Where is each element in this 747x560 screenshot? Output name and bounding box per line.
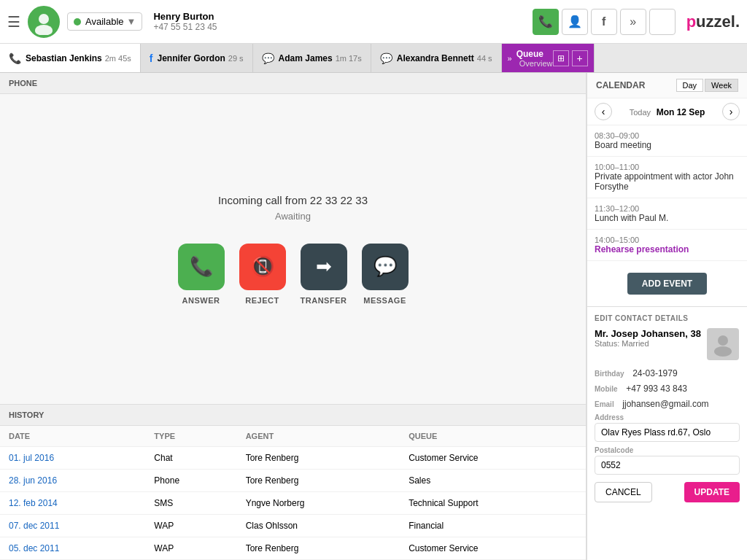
tab-sebastian[interactable]: 📞 Sebastian Jenkins 2m 45s: [0, 44, 141, 72]
date-link[interactable]: 07. dec 2011: [9, 521, 59, 531]
email-value: jjohansen@gmail.com: [622, 399, 708, 409]
logo: puzzel.: [686, 12, 740, 31]
call-area: Incoming call from 22 33 22 33 Awaiting …: [0, 94, 586, 404]
topbar-icons: 📞 👤 f »: [533, 9, 676, 35]
tab-facebook-icon: f: [150, 52, 153, 64]
calendar-event[interactable]: 10:00–11:00 Private appointment with act…: [587, 157, 747, 198]
date-link[interactable]: 05. dec 2011: [9, 543, 59, 553]
date-link[interactable]: 28. jun 2016: [9, 475, 57, 486]
tab-chat-icon: 💬: [262, 52, 274, 64]
cell-date: 01. jul 2016: [0, 447, 145, 470]
contact-actions: CANCEL UPDATE: [595, 482, 740, 502]
queue-add-icon[interactable]: +: [572, 50, 588, 66]
agent-info: Henry Burton +47 55 51 23 45: [153, 11, 532, 32]
contact-section: EDIT CONTACT DETAILS Mr. Josep Johansen,…: [587, 307, 747, 510]
cell-queue: Technical Support: [400, 492, 586, 515]
cell-type: WAP: [145, 537, 236, 560]
day-view-button[interactable]: Day: [676, 79, 704, 92]
cell-type: Chat: [145, 447, 236, 470]
calendar-section: CALENDAR Day Week ‹ Today Mon 12 Sep › 0…: [587, 73, 747, 307]
contact-postalcode-field: Postalcode: [595, 446, 740, 475]
email-label: Email: [595, 400, 614, 408]
birthday-value: 24-03-1979: [632, 368, 677, 378]
topbar-phone-icon[interactable]: 📞: [533, 9, 559, 35]
cell-queue: Customer Service: [400, 537, 586, 560]
queue-grid-icon[interactable]: ⊞: [553, 50, 569, 66]
contact-name: Mr. Josep Johansen, 38: [595, 328, 701, 339]
calendar-header: CALENDAR Day Week: [587, 73, 747, 98]
calendar-title: CALENDAR: [596, 80, 645, 90]
answer-icon: 📞: [178, 244, 225, 290]
message-icon: 💬: [362, 244, 409, 290]
message-button[interactable]: 💬 MESSAGE: [362, 244, 409, 305]
calendar-event[interactable]: 14:00–15:00 Rehearse presentation: [587, 230, 747, 261]
status-dot: [74, 18, 81, 26]
cell-date: 12. feb 2014: [0, 492, 145, 515]
calendar-view-buttons: Day Week: [676, 79, 738, 92]
cal-date-label: Mon 12 Sep: [657, 107, 705, 117]
tab-alexandra[interactable]: 💬 Alexandra Bennett 44 s: [371, 44, 502, 72]
cell-date: 05. dec 2011: [0, 537, 145, 560]
cal-next-button[interactable]: ›: [722, 103, 740, 120]
contact-section-label: EDIT CONTACT DETAILS: [595, 314, 740, 322]
hamburger-button[interactable]: ☰: [7, 13, 20, 31]
left-panel: PHONE Incoming call from 22 33 22 33 Awa…: [0, 73, 587, 560]
cell-agent: Clas Ohlsson: [237, 515, 400, 537]
add-event-button[interactable]: ADD EVENT: [627, 273, 707, 295]
action-buttons: 📞 ANSWER 📵 REJECT ➡ TRANSFER 💬 MESSAGE: [178, 244, 409, 305]
date-link[interactable]: 01. jul 2016: [9, 453, 54, 463]
tab-adam[interactable]: 💬 Adam James 1m 17s: [253, 44, 371, 72]
svg-point-0: [39, 14, 49, 24]
calendar-event[interactable]: 11:30–12:00 Lunch with Paul M.: [587, 198, 747, 230]
cell-queue: Sales: [400, 470, 586, 492]
table-row: 01. jul 2016 Chat Tore Renberg Customer …: [0, 447, 586, 470]
cell-agent: Yngve Norberg: [237, 492, 400, 515]
date-link[interactable]: 12. feb 2014: [9, 498, 58, 508]
contact-birthday-field: Birthday 24-03-1979: [595, 368, 740, 378]
contact-header: Mr. Josep Johansen, 38 Status: Married: [595, 328, 740, 360]
table-row: 12. feb 2014 SMS Yngve Norberg Technical…: [0, 492, 586, 515]
cell-date: 07. dec 2011: [0, 515, 145, 537]
transfer-button[interactable]: ➡ TRANSFER: [301, 244, 347, 305]
postalcode-label: Postalcode: [595, 446, 740, 454]
week-view-button[interactable]: Week: [705, 79, 738, 92]
contact-avatar: [707, 328, 739, 360]
topbar-contacts-icon[interactable]: 👤: [562, 9, 588, 35]
contact-status: Status: Married: [595, 339, 701, 348]
right-panel: CALENDAR Day Week ‹ Today Mon 12 Sep › 0…: [587, 73, 747, 560]
cell-agent: Tore Renberg: [237, 470, 400, 492]
svg-point-2: [718, 335, 728, 346]
tab-jennifer[interactable]: f Jennifer Gordon 29 s: [141, 44, 253, 72]
update-button[interactable]: UPDATE: [684, 482, 740, 502]
topbar-extra-icon[interactable]: [649, 9, 676, 35]
event-time: 11:30–12:00: [595, 204, 740, 213]
cal-today-label: Today: [630, 108, 651, 117]
col-date: DATE: [0, 426, 145, 447]
avatar: [28, 6, 60, 38]
cell-date: 28. jun 2016: [0, 470, 145, 492]
main-layout: PHONE Incoming call from 22 33 22 33 Awa…: [0, 73, 747, 560]
status-selector[interactable]: Available ▼: [67, 12, 142, 31]
topbar-facebook-icon[interactable]: f: [591, 9, 617, 35]
topbar: ☰ Available ▼ Henry Burton +47 55 51 23 …: [0, 0, 747, 44]
incoming-text: Incoming call from 22 33 22 33: [218, 194, 368, 206]
cal-prev-button[interactable]: ‹: [595, 103, 612, 120]
reject-button[interactable]: 📵 REJECT: [239, 244, 286, 305]
answer-label: ANSWER: [182, 296, 220, 305]
address-input[interactable]: [595, 423, 740, 442]
contact-address-field: Address: [595, 413, 740, 442]
cell-type: SMS: [145, 492, 236, 515]
topbar-more-icon[interactable]: »: [620, 9, 646, 35]
answer-button[interactable]: 📞 ANSWER: [178, 244, 225, 305]
history-section: HISTORY DATE TYPE AGENT QUEUE 01. jul 20…: [0, 404, 586, 560]
tab-phone-icon: 📞: [9, 52, 21, 64]
event-time: 14:00–15:00: [595, 236, 740, 244]
agent-phone: +47 55 51 23 45: [153, 22, 532, 32]
history-table: DATE TYPE AGENT QUEUE 01. jul 2016 Chat …: [0, 426, 586, 560]
calendar-event[interactable]: 08:30–09:00 Board meeting: [587, 125, 747, 157]
event-title: Lunch with Paul M.: [595, 213, 740, 223]
postalcode-input[interactable]: [595, 456, 740, 475]
tab-queue[interactable]: » Queue Overview ⊞ +: [502, 44, 595, 72]
event-time: 08:30–09:00: [595, 131, 740, 140]
cancel-button[interactable]: CANCEL: [595, 482, 652, 502]
